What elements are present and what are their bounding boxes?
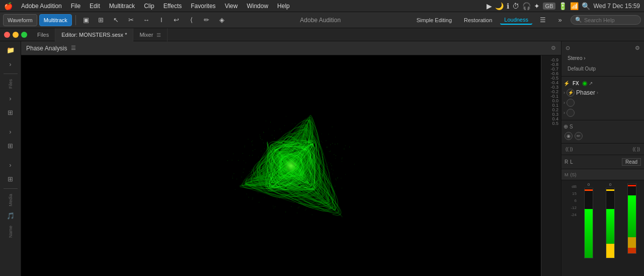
effect1-power[interactable]: ⚡ [567, 89, 575, 97]
phase-title: Phase Analysis [26, 45, 67, 52]
left-track-1[interactable]: ⊞ [2, 106, 19, 119]
cursor-tool[interactable]: I [155, 14, 168, 26]
left-panel: 📁 › Files › ⊞ › ⊞ › ⊞ Media 🎵 Name [0, 41, 21, 276]
left-track-4[interactable]: › [2, 158, 19, 171]
moon-icon: 🌙 [495, 2, 504, 10]
undo-tool[interactable]: ↩ [170, 14, 183, 26]
phase-menu-icon[interactable]: ☰ [71, 45, 76, 51]
menu-favorites[interactable]: Favorites [187, 2, 219, 11]
menu-multitrack[interactable]: Multitrack [106, 2, 138, 11]
play-icon[interactable]: ▶ [487, 2, 492, 10]
workspace-menu-icon[interactable]: ☰ [536, 14, 549, 26]
surround-right[interactable]: (( )) [633, 147, 640, 152]
apple-icon[interactable]: 🍎 [4, 2, 13, 10]
pen-tool[interactable]: ✏ [200, 14, 213, 26]
expand-workspaces-icon[interactable]: » [553, 14, 567, 26]
wifi-icon: 📶 [570, 2, 579, 10]
meters-header: M (S) [561, 169, 644, 180]
fx-power-icon[interactable]: ◉ [582, 80, 587, 87]
channel-section: ⊙ ⚙ Stereo › Default Outp [561, 41, 644, 77]
files-label: Files [8, 79, 13, 89]
scale-15: 15 [564, 190, 577, 197]
tab-editor[interactable]: Editor: MONSTERS.sesx * [55, 28, 133, 41]
left-bar-container [584, 188, 593, 258]
effect2-power[interactable] [567, 99, 575, 107]
automation-r: R [565, 159, 568, 165]
scale-neg12: -12 [564, 204, 577, 212]
time-select-tool[interactable]: ↔ [140, 14, 153, 26]
effect1-collapse[interactable]: › [564, 90, 565, 95]
automation-l: L [570, 159, 573, 165]
menu-help[interactable]: Help [274, 2, 293, 11]
account-badge[interactable]: GB [543, 3, 556, 10]
pencil-btn[interactable]: ✏ [575, 132, 583, 140]
maximize-button[interactable] [21, 32, 27, 38]
effect2-collapse[interactable]: › [564, 100, 565, 105]
left-panel-folder[interactable]: 📁 [2, 43, 19, 56]
menu-file[interactable]: File [67, 2, 84, 11]
workspace-simple-editing[interactable]: Simple Editing [413, 16, 456, 24]
main-power-btn[interactable]: ◉ [565, 132, 573, 140]
menu-window[interactable]: Window [243, 2, 272, 11]
effect3-collapse[interactable]: › [564, 110, 565, 115]
left-track-3[interactable]: ⊞ [2, 139, 19, 152]
left-arrow-up[interactable]: › [2, 92, 19, 105]
phase-visualization [21, 55, 561, 276]
phase-scale: -0.9 -0.8 -0.7 -0.6 -0.5 -0.4 -0.3 -0.2 … [541, 55, 561, 276]
fx-send-icon[interactable]: ↗ [589, 81, 593, 86]
grid-icon[interactable]: ⊞ [95, 14, 108, 26]
scale-db: dB [564, 183, 577, 190]
left-media-btn[interactable]: 🎵 [2, 210, 19, 223]
effect-row-empty2: › [564, 108, 642, 118]
left-channel-level: 0 [588, 182, 590, 187]
mixer-tab-label: Mixer [139, 32, 153, 38]
automation-row: R L Read [564, 157, 642, 167]
select-tool[interactable]: ↖ [110, 14, 123, 26]
tab-mixer[interactable]: Mixer ☰ [133, 28, 168, 41]
effect-row-1: › ⚡ Phaser › [564, 88, 642, 98]
vu-bars: 0 0 [579, 182, 642, 258]
mixer-menu-icon[interactable]: ☰ [156, 32, 161, 38]
right-channel-meter: 0 [600, 182, 620, 258]
menu-app[interactable]: Adobe Audition [18, 2, 65, 11]
toolbar-title: Adobe Audition [230, 17, 411, 24]
tab-files[interactable]: Files [31, 28, 55, 41]
send-row: ⊕ S [564, 122, 642, 131]
phase-settings-icon[interactable]: ⚙ [551, 45, 556, 51]
read-select[interactable]: Read [622, 158, 641, 166]
monitor-icon[interactable]: ▣ [79, 14, 93, 26]
slip-tool[interactable]: ⟨ [185, 14, 198, 26]
output-bar-yellow [628, 237, 636, 248]
right-peak [606, 189, 614, 191]
menu-view[interactable]: View [221, 2, 242, 11]
left-track-5[interactable]: ⊞ [2, 172, 19, 185]
left-sep-1 [4, 74, 18, 74]
razor-tool[interactable]: ✂ [125, 14, 138, 26]
menu-edit[interactable]: Edit [86, 2, 104, 11]
channel-label: Stereo › [566, 54, 588, 62]
name-label: Name [8, 226, 13, 238]
menu-effects[interactable]: Effects [160, 2, 185, 11]
effect1-expand[interactable]: › [597, 90, 598, 95]
workspace-buttons: Simple Editing Restoration Loudness ☰ » … [413, 14, 641, 26]
search-input[interactable] [584, 17, 639, 23]
panner-section: (( )) (( )) [561, 144, 644, 155]
paint-tool[interactable]: ◈ [215, 14, 228, 26]
minimize-button[interactable] [13, 32, 19, 38]
fx-arrow-icon[interactable]: ⚡ [564, 81, 570, 86]
multitrack-button[interactable]: Multitrack [39, 14, 72, 26]
default-output: Default Outp [566, 65, 598, 73]
surround-left[interactable]: (( )) [566, 147, 573, 152]
effect3-power[interactable] [567, 109, 575, 117]
waveform-button[interactable]: Waveform [3, 14, 37, 26]
workspace-loudness[interactable]: Loudness [500, 16, 532, 25]
left-track-2[interactable]: › [2, 125, 19, 138]
close-button[interactable] [4, 32, 10, 38]
send-section: ⊕ S ◉ ✏ [561, 120, 644, 144]
left-panel-down[interactable]: › [2, 57, 19, 71]
menu-clip[interactable]: Clip [140, 2, 158, 11]
spotlight-icon: 🔍 [582, 2, 590, 10]
workspace-restoration[interactable]: Restoration [460, 16, 496, 24]
vu-meters: dB 15 6 -12 -24 0 [561, 180, 644, 276]
send-icon[interactable]: ⊕ [564, 123, 568, 130]
